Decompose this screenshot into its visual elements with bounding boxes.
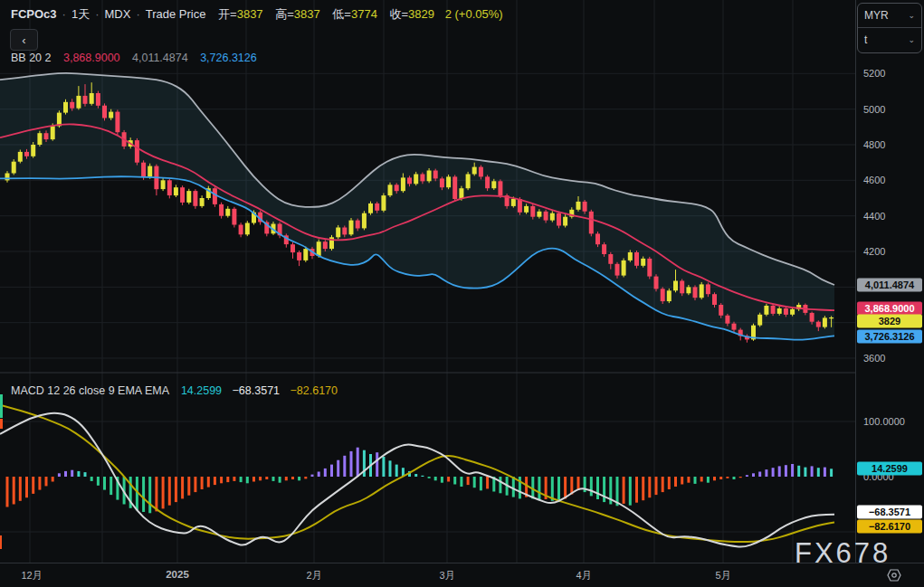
axis-price-label: −68.3571	[857, 506, 922, 519]
macd-signal-value: −82.6170	[291, 384, 338, 397]
axis-price-label: 14.2599	[857, 462, 922, 476]
low-value: 3774	[351, 7, 377, 21]
time-axis-label: 12月	[21, 569, 42, 582]
chart-canvas[interactable]	[0, 0, 855, 563]
exchange-label: MDX	[105, 7, 131, 21]
separator-dot: ·	[136, 7, 139, 21]
time-axis-label: 5月	[715, 569, 730, 582]
axis-price-label: 3,868.9000	[857, 302, 922, 316]
time-axis-label: 2025	[166, 569, 189, 580]
bollinger-legend[interactable]: BB 20 2 3,868.9000 4,011.4874 3,726.3126	[11, 52, 257, 64]
open-label: 开=	[218, 7, 237, 21]
macd-hist-value: 14.2599	[181, 384, 222, 397]
price-tick: 5000	[863, 104, 885, 115]
currency-value: MYR	[864, 9, 889, 22]
macd-tick: 100.0000	[863, 416, 905, 427]
macd-label: MACD 12 26 close 9 EMA EMA	[11, 384, 168, 397]
chart-window: FCPOc3·1天·MDX·Trade Price 开=3837 高=3837 …	[0, 0, 924, 587]
open-value: 3837	[237, 7, 263, 21]
unit-dropdown[interactable]: t ⌄	[858, 28, 921, 52]
high-label: 高=	[275, 7, 294, 21]
time-axis[interactable]: 12月20252月3月4月5月	[0, 563, 924, 587]
price-tick: 4200	[863, 246, 885, 257]
time-axis-label: 2月	[306, 569, 321, 582]
chevron-down-icon: ⌄	[908, 35, 915, 44]
symbol-name[interactable]: FCPOc3	[11, 7, 57, 21]
price-tick: 5200	[863, 68, 885, 79]
price-type-label: Trade Price	[146, 7, 206, 21]
back-arrow-icon: ‹	[22, 33, 25, 47]
macd-legend[interactable]: MACD 12 26 close 9 EMA EMA 14.2599 −68.3…	[11, 384, 338, 397]
axis-price-label: 3829	[857, 315, 922, 328]
currency-dropdown[interactable]: MYR ⌄	[858, 4, 921, 27]
bollinger-band-fill	[0, 72, 834, 340]
bollinger-upper-value: 4,011.4874	[132, 52, 188, 64]
low-label: 低=	[332, 7, 351, 21]
bollinger-lower-value: 3,726.3126	[200, 52, 257, 64]
interval-label[interactable]: 1天	[71, 7, 90, 21]
price-axis[interactable]: 520050004800460044004200400038003600100.…	[855, 0, 924, 563]
separator-dot: ·	[62, 7, 66, 21]
symbol-info-bar: FCPOc3·1天·MDX·Trade Price 开=3837 高=3837 …	[11, 6, 503, 23]
change-value: 2 (+0.05%)	[445, 7, 503, 21]
unit-value: t	[864, 33, 867, 46]
price-tick: 3600	[863, 353, 885, 364]
high-value: 3837	[294, 7, 320, 21]
chevron-down-icon: ⌄	[908, 11, 915, 20]
gear-icon	[885, 568, 903, 582]
time-axis-label: 4月	[576, 569, 591, 582]
bollinger-label: BB 20 2	[11, 52, 51, 64]
time-axis-label: 3月	[439, 569, 454, 582]
axis-price-label: −82.6170	[857, 520, 922, 534]
price-tick: 4400	[863, 211, 885, 222]
price-tick: 4800	[863, 139, 885, 150]
back-button[interactable]: ‹	[10, 29, 38, 51]
close-value: 3829	[408, 7, 434, 21]
separator-dot: ·	[95, 7, 99, 21]
watermark: FX678	[795, 537, 891, 570]
axis-price-label: 4,011.4874	[857, 279, 922, 292]
macd-line-value: −68.3571	[233, 384, 280, 397]
bollinger-basis-value: 3,868.9000	[63, 52, 120, 64]
axis-settings-box: MYR ⌄ t ⌄	[857, 3, 922, 53]
macd-signal-line	[0, 405, 834, 542]
axis-price-label: 3,726.3126	[857, 330, 922, 344]
price-tick: 4600	[863, 175, 885, 185]
close-label: 收=	[390, 7, 409, 21]
